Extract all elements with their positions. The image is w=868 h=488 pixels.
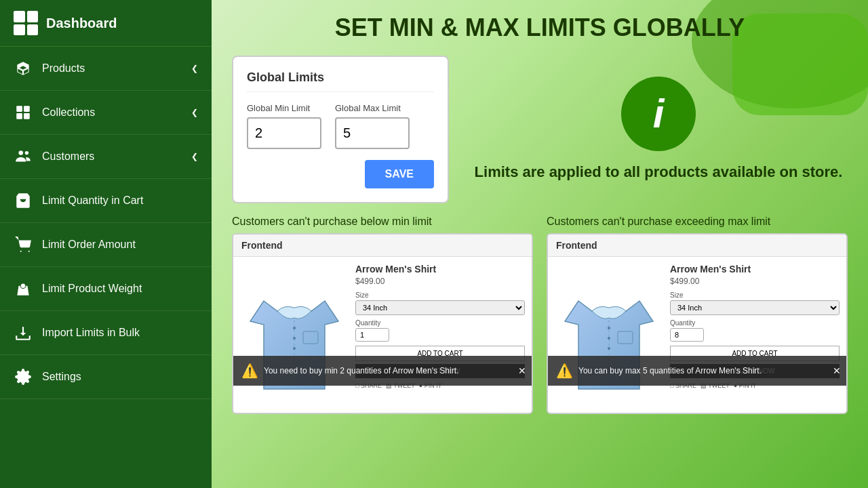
svg-point-17 [608, 347, 610, 350]
alert-text-right: You can buy max 5 quantities of Arrow Me… [578, 366, 762, 375]
import-icon [14, 323, 33, 342]
page-title: SET MIN & MAX LIMITS GLOBALLY [232, 14, 848, 42]
svg-point-6 [20, 251, 22, 252]
svg-point-16 [608, 337, 610, 340]
sidebar-item-label-limit-order-amount: Limit Order Amount [42, 239, 136, 251]
info-section: i Limits are applied to all products ava… [469, 56, 848, 203]
dashboard-grid-icon [14, 11, 38, 35]
alert-text-left: You need to buy min 2 quantities of Arro… [264, 366, 458, 375]
sidebar-item-label-products: Products [42, 62, 85, 75]
preview-max-limit: Customers can't purchase exceeding max l… [547, 216, 848, 414]
size-label-left: Size [355, 291, 525, 299]
svg-rect-0 [16, 106, 22, 112]
sidebar-item-label-limit-quantity-cart: Limit Quantity in Cart [42, 195, 143, 207]
sidebar-item-products[interactable]: Products ❮ [0, 47, 212, 91]
product-name-right: Arrow Men's Shirt [670, 264, 840, 274]
box-icon [14, 59, 33, 78]
info-icon: i [653, 90, 665, 137]
sidebar-item-label-limit-product-weight: Limit Product Weight [42, 283, 142, 295]
alert-icon-right: ⚠️ [556, 363, 573, 379]
alert-close-left[interactable]: ✕ [518, 365, 526, 376]
sidebar-item-settings[interactable]: Settings [0, 355, 212, 399]
save-button[interactable]: SAVE [365, 160, 434, 188]
alert-banner-right: ⚠️ You can buy max 5 quantities of Arrow… [548, 356, 846, 386]
sidebar: Dashboard Products ❮ Collections ❮ [0, 0, 212, 488]
preview-right-label: Customers can't purchase exceeding max l… [547, 216, 848, 228]
svg-point-10 [293, 327, 296, 329]
product-name-left: Arrow Men's Shirt [355, 264, 525, 274]
svg-point-15 [608, 327, 610, 329]
chevron-right-icon: ❮ [191, 108, 198, 117]
sidebar-nav: Products ❮ Collections ❮ Customers ❮ [0, 47, 212, 488]
sidebar-item-customers[interactable]: Customers ❮ [0, 135, 212, 179]
svg-point-4 [19, 150, 24, 155]
sidebar-item-label-collections: Collections [42, 106, 95, 119]
frontend-box-left: Frontend [232, 233, 533, 414]
svg-rect-1 [24, 106, 30, 112]
frontend-content-left: Arrow Men's Shirt $499.00 Size 34 Inch Q… [233, 257, 532, 413]
qty-label-left: Quantity [355, 319, 525, 327]
sidebar-item-import-limits-bulk[interactable]: Import Limits in Bulk [0, 311, 212, 355]
max-limit-input[interactable] [335, 117, 410, 149]
size-select-right[interactable]: 34 Inch [670, 300, 840, 315]
global-limits-panel: Global Limits Global Min Limit Global Ma… [232, 56, 449, 203]
preview-min-limit: Customers can't purchase below min limit… [232, 216, 533, 414]
sidebar-item-limit-order-amount[interactable]: Limit Order Amount [0, 223, 212, 267]
sidebar-header[interactable]: Dashboard [0, 0, 212, 47]
svg-point-8 [21, 283, 26, 288]
grid-icon [14, 103, 33, 122]
max-limit-label: Global Max Limit [335, 103, 410, 113]
qty-input-left[interactable] [355, 328, 389, 342]
chevron-right-icon: ❮ [191, 64, 198, 73]
product-price-left: $499.00 [355, 277, 525, 286]
weight-icon [14, 279, 33, 298]
chevron-right-icon: ❮ [191, 152, 198, 161]
svg-point-7 [28, 251, 30, 252]
sidebar-item-label-settings: Settings [42, 371, 81, 383]
svg-point-5 [25, 151, 28, 155]
gear-icon [14, 367, 33, 386]
frontend-box-right: Frontend [547, 233, 848, 414]
main-content: SET MIN & MAX LIMITS GLOBALLY Global Lim… [212, 0, 868, 488]
sidebar-item-collections[interactable]: Collections ❮ [0, 91, 212, 135]
frontend-header-left: Frontend [233, 235, 532, 257]
qty-label-right: Quantity [670, 319, 840, 327]
qty-input-right[interactable] [670, 328, 704, 342]
max-limit-field: Global Max Limit [335, 103, 410, 149]
size-select-left[interactable]: 34 Inch [355, 300, 525, 315]
min-limit-label: Global Min Limit [247, 103, 321, 113]
frontend-content-right: Arrow Men's Shirt $499.00 Size 34 Inch Q… [548, 257, 846, 413]
sidebar-title: Dashboard [46, 16, 117, 31]
cart-icon [14, 191, 33, 210]
order-icon [14, 235, 33, 254]
svg-point-11 [293, 337, 296, 340]
sidebar-item-limit-product-weight[interactable]: Limit Product Weight [0, 267, 212, 311]
alert-close-right[interactable]: ✕ [833, 365, 841, 376]
frontend-header-right: Frontend [548, 235, 846, 257]
alert-icon-left: ⚠️ [241, 363, 258, 379]
global-limits-title: Global Limits [247, 70, 434, 92]
sidebar-item-label-import-limits-bulk: Import Limits in Bulk [42, 327, 140, 339]
preview-left-label: Customers can't purchase below min limit [232, 216, 533, 228]
people-icon [14, 147, 33, 166]
info-circle: i [621, 77, 696, 151]
info-text: Limits are applied to all products avail… [475, 162, 843, 183]
sidebar-item-label-customers: Customers [42, 150, 94, 163]
svg-point-12 [293, 347, 296, 350]
product-price-right: $499.00 [670, 277, 840, 286]
svg-rect-3 [24, 113, 30, 119]
min-limit-field: Global Min Limit [247, 103, 321, 149]
alert-banner-left: ⚠️ You need to buy min 2 quantities of A… [233, 356, 532, 386]
svg-rect-2 [16, 113, 22, 119]
size-label-right: Size [670, 291, 840, 299]
sidebar-item-limit-quantity-cart[interactable]: Limit Quantity in Cart [0, 179, 212, 223]
min-limit-input[interactable] [247, 117, 321, 149]
